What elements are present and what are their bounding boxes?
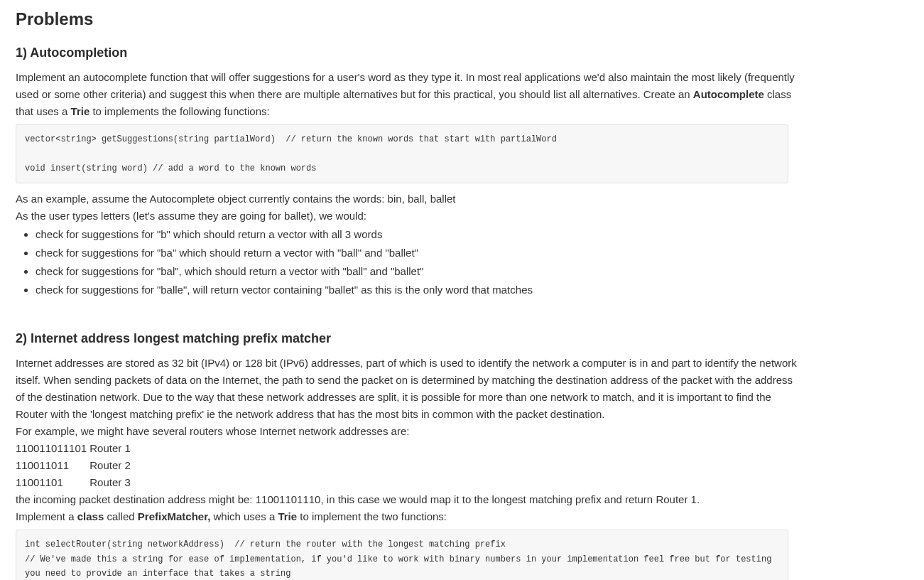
problem2-para2: For example, we might have several route…	[16, 423, 797, 440]
problem1-intro-suffix: to implements the following functions:	[89, 105, 269, 117]
impl-mid1: called	[104, 510, 138, 522]
problem1-intro: Implement an autocomplete function that …	[16, 69, 797, 120]
problem1-intro-prefix: Implement an autocomplete function that …	[16, 71, 795, 100]
router2-line: 110011011 Router 2	[16, 457, 797, 474]
problem2-para1: Internet addresses are stored as 32 bit …	[16, 355, 797, 423]
impl-prefix: Implement a	[16, 510, 77, 522]
trie-bold-2: Trie	[278, 510, 297, 522]
problem1-code-block: vector<string> getSuggestions(string par…	[16, 124, 788, 183]
problem1-bullet-list: check for suggestions for "b" which shou…	[36, 226, 908, 299]
trie-bold-1: Trie	[71, 105, 90, 117]
class-bold: class	[77, 510, 104, 522]
list-item: check for suggestions for "ba" which sho…	[36, 245, 908, 262]
prefixmatcher-bold: PrefixMatcher,	[138, 510, 211, 522]
autocomplete-bold: Autocomplete	[693, 88, 764, 100]
problem2-impl-line: Implement a class called PrefixMatcher, …	[16, 508, 797, 525]
impl-suffix: to implement the two functions:	[297, 510, 447, 522]
impl-mid2: which uses a	[210, 510, 278, 522]
problem1-example-line1: As an example, assume the Autocomplete o…	[16, 190, 797, 208]
problems-heading: Problems	[16, 6, 908, 33]
router3-line: 11001101 Router 3	[16, 474, 797, 491]
problem2-heading: 2) Internet address longest matching pre…	[16, 328, 908, 349]
router1-line: 110011011101 Router 1	[16, 440, 797, 457]
list-item: check for suggestions for "balle", will …	[36, 281, 908, 299]
problem1-example-line2: As the user types letters (let's assume …	[16, 208, 797, 225]
list-item: check for suggestions for "bal", which s…	[36, 263, 908, 280]
problem1-heading: 1) Autocompletion	[16, 43, 908, 63]
problem2-para3: the incoming packet destination address …	[16, 491, 797, 508]
list-item: check for suggestions for "b" which shou…	[36, 226, 908, 243]
problem2-code-block: int selectRouter(string networkAddress) …	[16, 530, 788, 580]
